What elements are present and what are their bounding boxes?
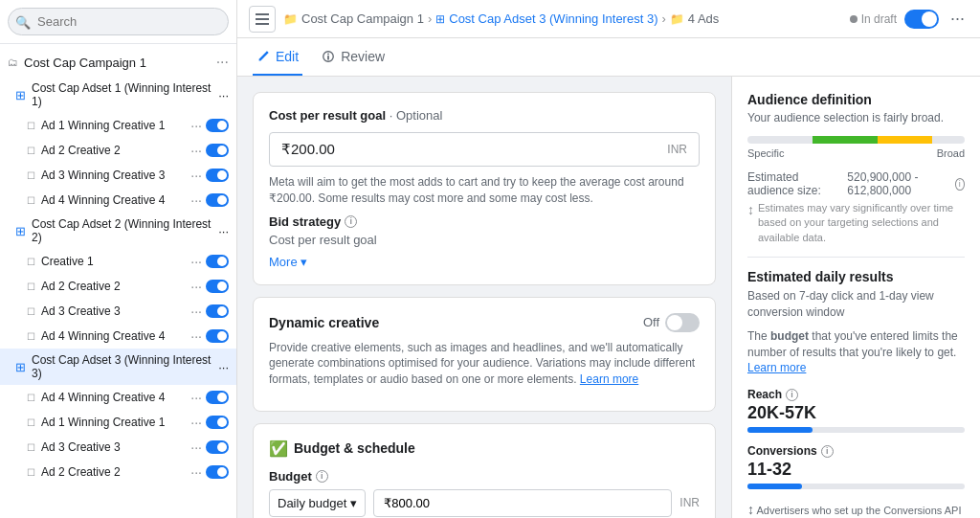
adset-icon-2: ⊞	[15, 224, 26, 238]
ad-item-2-4[interactable]: ☐ Ad 4 Winning Creative 4 ···	[0, 324, 236, 349]
ad-toggle-1-2[interactable]	[206, 144, 229, 157]
estimated-results-title: Estimated daily results	[747, 269, 965, 284]
dynamic-creative-description: Provide creative elements, such as image…	[269, 340, 700, 388]
ad-menu-3-2[interactable]: ···	[190, 415, 202, 430]
adset-label-2: Cost Cap Adset 2 (Winning Interest 2)	[32, 217, 212, 244]
ad-item-1-2[interactable]: ☐ Ad 2 Creative 2 ···	[0, 138, 236, 163]
tab-review[interactable]: Review	[318, 38, 389, 76]
ad-toggle-3-3[interactable]	[206, 440, 229, 454]
ad-label-3-3: Ad 3 Creative 3	[41, 440, 185, 454]
ad-menu-1-4[interactable]: ···	[190, 192, 202, 208]
reach-bar	[747, 427, 965, 433]
dynamic-creative-status: Off	[643, 315, 659, 329]
budget-currency-label: INR	[679, 496, 700, 509]
ad-toggle-1-1[interactable]	[206, 119, 229, 132]
ad-item-3-4[interactable]: ☐ Ad 2 Creative 2 ···	[0, 460, 236, 484]
nav-toggle-button[interactable]	[249, 6, 276, 33]
ad-menu-2-1[interactable]: ···	[190, 254, 202, 269]
ad-item-2-3[interactable]: ☐ Ad 3 Creative 3 ···	[0, 299, 236, 324]
ad-toggle-1-3[interactable]	[206, 169, 229, 182]
audience-size-info-icon[interactable]: i	[955, 178, 965, 191]
ad-item-3-1[interactable]: ☐ Ad 4 Winning Creative 4 ···	[0, 385, 236, 410]
conversions-bar-fill	[747, 484, 802, 489]
budget-info-icon[interactable]: i	[316, 470, 328, 483]
estimated-results-note: The budget that you've entered limits th…	[747, 328, 965, 376]
chevron-down-icon: ▾	[301, 255, 307, 269]
ad-controls-1-2: ···	[190, 143, 229, 158]
content-area: Cost per result goal · Optional ₹200.00 …	[237, 77, 980, 518]
tab-edit-label: Edit	[276, 49, 299, 64]
adset-menu-1[interactable]: ···	[218, 88, 229, 102]
nav-right: In draft ···	[850, 5, 969, 33]
status-label: In draft	[861, 12, 897, 26]
ad-menu-1-1[interactable]: ···	[190, 118, 202, 133]
dynamic-creative-toggle[interactable]	[665, 313, 700, 332]
ads-breadcrumb-icon: 📁	[670, 12, 684, 26]
ad-label-1-1: Ad 1 Winning Creative 1	[41, 119, 185, 132]
adset-item-1[interactable]: ⊞ Cost Cap Adset 1 (Winning Interest 1) …	[0, 77, 236, 113]
reach-info-icon[interactable]: i	[786, 389, 798, 401]
ad-label-3-2: Ad 1 Winning Creative 1	[41, 416, 185, 429]
ad-toggle-3-4[interactable]	[206, 465, 229, 479]
ad-item-3-2[interactable]: ☐ Ad 1 Winning Creative 1 ···	[0, 410, 236, 435]
ad-item-2-1[interactable]: ☐ Creative 1 ···	[0, 249, 236, 274]
ad-item-1-3[interactable]: ☐ Ad 3 Winning Creative 3 ···	[0, 163, 236, 188]
conversions-label: Conversions i	[747, 444, 965, 458]
ad-item-2-2[interactable]: ☐ Ad 2 Creative 2 ···	[0, 274, 236, 299]
adset-item-2[interactable]: ⊞ Cost Cap Adset 2 (Winning Interest 2) …	[0, 213, 236, 249]
budget-amount-input[interactable]	[373, 489, 672, 517]
adset-icon-3: ⊞	[15, 360, 26, 374]
ad-toggle-2-3[interactable]	[206, 304, 229, 318]
breadcrumb-ads[interactable]: 4 Ads	[688, 11, 720, 26]
estimated-results-subtitle: Based on 7-day click and 1-day view conv…	[747, 288, 965, 321]
ad-menu-2-3[interactable]: ···	[190, 304, 202, 319]
breadcrumb-campaign[interactable]: Cost Cap Campaign 1	[301, 11, 424, 26]
more-link[interactable]: More ▾	[269, 255, 307, 269]
results-learn-more[interactable]: Learn more	[747, 361, 806, 374]
tab-bar: Edit Review	[237, 38, 980, 77]
ad-label-2-2: Ad 2 Creative 2	[41, 280, 185, 293]
bid-strategy-info-icon[interactable]: i	[345, 215, 357, 228]
ad-menu-1-2[interactable]: ···	[190, 143, 202, 158]
conversions-bar	[747, 484, 965, 489]
ad-menu-1-3[interactable]: ···	[190, 168, 202, 183]
adset-item-3[interactable]: ⊞ Cost Cap Adset 3 (Winning Interest 3) …	[0, 349, 236, 385]
conversions-value: 11-32	[747, 460, 965, 480]
svg-rect-2	[256, 23, 269, 25]
ad-menu-2-2[interactable]: ···	[190, 279, 202, 294]
conversions-info-icon[interactable]: i	[821, 445, 834, 458]
ad-menu-3-4[interactable]: ···	[190, 464, 202, 480]
bid-strategy-value: Cost per result goal	[269, 233, 700, 247]
adset-menu-3[interactable]: ···	[218, 360, 229, 374]
ad-icon-1-2: ☐	[27, 146, 35, 156]
ad-toggle-1-4[interactable]	[206, 193, 229, 207]
ad-menu-2-4[interactable]: ···	[190, 328, 202, 344]
ad-item-3-3[interactable]: ☐ Ad 3 Creative 3 ···	[0, 435, 236, 460]
ad-menu-3-1[interactable]: ···	[190, 390, 202, 405]
ad-item-1-4[interactable]: ☐ Ad 4 Winning Creative 4 ···	[0, 188, 236, 213]
campaign-menu[interactable]: ···	[216, 54, 229, 71]
search-input[interactable]	[8, 8, 229, 35]
ad-icon-2-2: ☐	[27, 282, 35, 292]
ad-toggle-2-4[interactable]	[206, 329, 229, 343]
more-options-button[interactable]: ···	[947, 5, 969, 33]
svg-rect-1	[256, 18, 269, 20]
ad-toggle-2-1[interactable]	[206, 255, 229, 268]
audience-subtitle: Your audience selection is fairly broad.	[747, 111, 965, 124]
ad-item-1-1[interactable]: ☐ Ad 1 Winning Creative 1 ···	[0, 113, 236, 138]
campaign-item[interactable]: 🗂 Cost Cap Campaign 1 ···	[0, 48, 236, 77]
ad-toggle-3-2[interactable]	[206, 416, 229, 429]
main-toggle[interactable]	[904, 10, 939, 29]
dynamic-creative-learn-more[interactable]: Learn more	[580, 372, 638, 386]
bar-specific-label: Specific	[747, 147, 785, 159]
adset-menu-2[interactable]: ···	[218, 224, 229, 238]
ad-toggle-3-1[interactable]	[206, 391, 229, 404]
budget-type-select[interactable]: Daily budget ▾	[269, 489, 366, 517]
ad-menu-3-3[interactable]: ···	[190, 439, 202, 455]
sidebar-tree: 🗂 Cost Cap Campaign 1 ··· ⊞ Cost Cap Ads…	[0, 44, 236, 518]
tab-edit[interactable]: Edit	[253, 38, 302, 76]
ad-toggle-2-2[interactable]	[206, 280, 229, 293]
audience-note: ↕ Estimates may vary significantly over …	[747, 201, 965, 245]
reach-bar-fill	[747, 427, 813, 433]
sidebar: 🔍 🗂 Cost Cap Campaign 1 ··· ⊞ Cost Cap A…	[0, 0, 237, 518]
